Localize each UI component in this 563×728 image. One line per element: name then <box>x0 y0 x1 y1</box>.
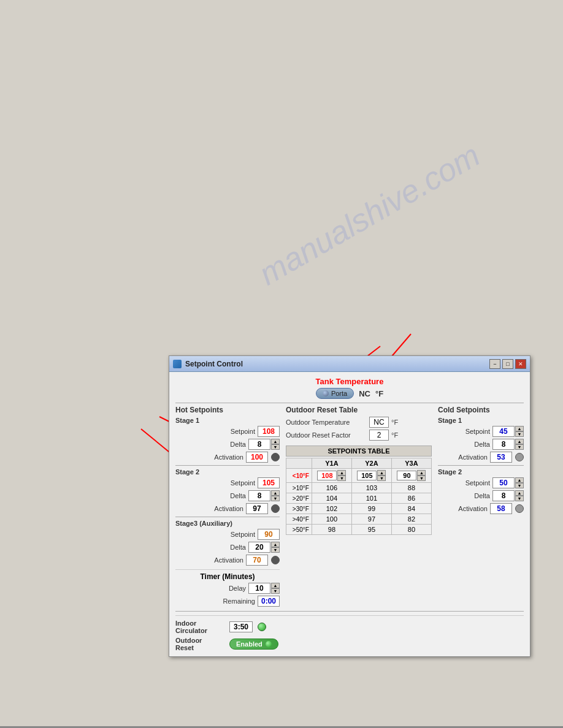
hot-stage2-delta-row: Delta 8 ▲ ▼ <box>175 490 280 501</box>
sp-y3a-0: 90▲▼ <box>391 469 431 483</box>
cold-stage1-delta-down[interactable]: ▼ <box>515 444 524 450</box>
cold-divider <box>438 465 524 466</box>
hot-stage2-activation-row: Activation 97 <box>175 503 280 514</box>
hot-stage1-setpoint-value[interactable]: 108 <box>258 426 280 437</box>
sp-up-y3a-0[interactable]: ▲ <box>417 470 426 476</box>
sp-y1a-4: 100 <box>312 514 351 525</box>
sp-down-y2a-0[interactable]: ▼ <box>377 476 386 481</box>
timer-delay-value[interactable]: 10 <box>248 583 270 594</box>
divider-1 <box>175 403 524 403</box>
hot-stage3-setpoint-value[interactable]: 90 <box>258 529 280 540</box>
sp-up-y2a-0[interactable]: ▲ <box>377 470 386 476</box>
enabled-label: Enabled <box>236 640 262 648</box>
sp-y1a-2: 104 <box>312 493 351 504</box>
outdoor-factor-row: Outdoor Reset Factor 2 °F <box>286 430 432 441</box>
sp-y2a-2: 101 <box>351 493 391 504</box>
sp-input-y2a-0[interactable]: 105 <box>357 471 377 480</box>
hot-stage1-delta-row: Delta 8 ▲ ▼ <box>175 439 280 450</box>
tank-temp-row: Porta NC °F <box>175 388 524 399</box>
sp-spinner-y1a-0[interactable]: ▲▼ <box>337 470 346 481</box>
cold-stage2-delta-spinner[interactable]: ▲ ▼ <box>515 490 524 501</box>
outdoor-temp-label: Outdoor Temperature <box>286 419 366 426</box>
hot-setpoints-panel: Hot Setpoints Stage 1 Setpoint 108 Delta… <box>175 406 280 609</box>
cold-stage2-delta-up[interactable]: ▲ <box>515 490 524 496</box>
sp-up-y1a-0[interactable]: ▲ <box>337 470 346 476</box>
hot-stage2-delta-value[interactable]: 8 <box>248 490 270 501</box>
porta-button[interactable]: Porta <box>316 388 354 399</box>
hot-stage3-delta-down[interactable]: ▼ <box>271 547 280 553</box>
cold-stage1-label: Stage 1 <box>438 417 524 424</box>
hot-stage3-activation-value[interactable]: 70 <box>246 555 268 566</box>
maximize-button[interactable]: □ <box>502 359 513 369</box>
sp-table-row-3: >30°F1029984 <box>286 504 432 514</box>
outdoor-factor-value[interactable]: 2 <box>369 430 389 441</box>
hot-stage1-setpoint-label: Setpoint <box>231 428 255 435</box>
sp-range-1: >10°F <box>286 483 312 493</box>
hot-stage2-delta-up[interactable]: ▲ <box>271 490 280 496</box>
hot-stage2-delta-spinner[interactable]: ▲ ▼ <box>271 490 280 501</box>
cold-stage2-activation-value[interactable]: 58 <box>490 503 512 514</box>
cold-stage2-setpoint-row: Setpoint 50 ▲ ▼ <box>438 477 524 488</box>
sp-input-y3a-0[interactable]: 90 <box>397 471 416 480</box>
hot-stage3-delta-up[interactable]: ▲ <box>271 542 280 547</box>
sp-y1a-1: 106 <box>312 483 351 493</box>
enabled-circle-icon <box>266 641 272 647</box>
sp-y2a-0: 105▲▼ <box>351 469 391 483</box>
close-button[interactable]: ✕ <box>515 359 526 369</box>
hot-stage2-setpoint-value[interactable]: 105 <box>258 477 280 488</box>
hot-stage2-setpoint-row: Setpoint 105 <box>175 477 280 488</box>
cold-stage1-delta-label: Delta <box>474 441 490 448</box>
cold-stage2-setpoint-down[interactable]: ▼ <box>515 483 524 488</box>
sp-spinner-y3a-0[interactable]: ▲▼ <box>417 470 426 481</box>
hot-stage3-delta-value[interactable]: 20 <box>248 542 270 553</box>
outdoor-reset-enabled-button[interactable]: Enabled <box>229 639 278 650</box>
hot-stage1-activation-value[interactable]: 100 <box>246 452 268 463</box>
hot-stage1-activation-row: Activation 100 <box>175 452 280 463</box>
outdoor-factor-label: Outdoor Reset Factor <box>286 431 366 439</box>
cold-stage2-setpoint-value[interactable]: 50 <box>492 477 515 488</box>
sp-down-y1a-0[interactable]: ▼ <box>337 476 346 481</box>
hot-stage1-delta-spinner[interactable]: ▲ ▼ <box>271 439 280 450</box>
cold-setpoints-header: Cold Setpoints <box>438 406 524 414</box>
cold-stage1-activation-label: Activation <box>458 453 488 461</box>
minimize-button[interactable]: − <box>489 359 500 369</box>
cold-stage1-setpoint-down[interactable]: ▼ <box>515 431 524 437</box>
timer-section: Timer (Minutes) Delay 10 ▲ ▼ Remaining 0… <box>175 569 280 607</box>
sp-range-5: >50°F <box>286 525 312 535</box>
hot-stage1-delta-up[interactable]: ▲ <box>271 439 280 444</box>
cold-stage2-setpoint-spinner[interactable]: ▲ ▼ <box>515 477 524 488</box>
hot-stage1-delta-down[interactable]: ▼ <box>271 444 280 450</box>
hot-stage3-delta-row: Delta 20 ▲ ▼ <box>175 542 280 553</box>
outdoor-reset-header: Outdoor Reset Table <box>286 406 432 414</box>
hot-stage2-delta-down[interactable]: ▼ <box>271 496 280 501</box>
col-y1a-header: Y1A <box>312 458 351 469</box>
sp-y3a-2: 86 <box>391 493 431 504</box>
hot-stage3-delta-spinner[interactable]: ▲ ▼ <box>271 542 280 553</box>
timer-delay-up[interactable]: ▲ <box>271 583 280 588</box>
sp-spinner-y2a-0[interactable]: ▲▼ <box>377 470 386 481</box>
tank-temp-section: Tank Temperature Porta NC °F <box>175 377 524 399</box>
sp-table-row-1: >10°F10610388 <box>286 483 432 493</box>
sp-input-y1a-0[interactable]: 108 <box>317 471 337 480</box>
title-bar: Setpoint Control − □ ✕ <box>169 356 530 372</box>
cold-stage2-delta-down[interactable]: ▼ <box>515 496 524 501</box>
cold-stage1-delta-value[interactable]: 8 <box>492 439 515 450</box>
cold-stage1-setpoint-up[interactable]: ▲ <box>515 426 524 431</box>
hot-stage2-activation-value[interactable]: 97 <box>246 503 268 514</box>
hot-stage1-delta-value[interactable]: 8 <box>248 439 270 450</box>
sp-y2a-1: 103 <box>351 483 391 493</box>
cold-stage2-delta-value[interactable]: 8 <box>492 490 515 501</box>
timer-delay-down[interactable]: ▼ <box>271 588 280 594</box>
sp-down-y3a-0[interactable]: ▼ <box>417 476 426 481</box>
timer-delay-spinner[interactable]: ▲ ▼ <box>271 583 280 594</box>
cold-stage1-setpoint-value[interactable]: 45 <box>492 426 515 437</box>
cold-stage2-setpoint-up[interactable]: ▲ <box>515 477 524 483</box>
outdoor-reset-table: Outdoor Reset Table Outdoor Temperature … <box>286 406 432 441</box>
hot-stage1-activation-label: Activation <box>214 453 243 461</box>
cold-stage1-delta-up[interactable]: ▲ <box>515 439 524 444</box>
cold-stage1-delta-spinner[interactable]: ▲ ▼ <box>515 439 524 450</box>
window-body: Tank Temperature Porta NC °F Hot Setpoin… <box>169 372 530 656</box>
cold-stage1-setpoint-spinner[interactable]: ▲ ▼ <box>515 426 524 437</box>
cold-stage1-activation-value[interactable]: 53 <box>490 452 512 463</box>
hot-stage3-setpoint-label: Setpoint <box>231 531 255 538</box>
